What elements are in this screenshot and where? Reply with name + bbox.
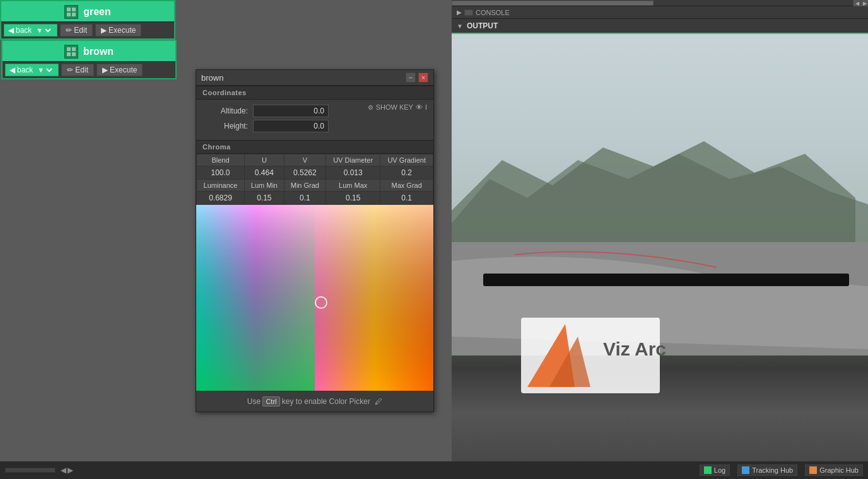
racetrack-background: Viz Arc (452, 34, 868, 479)
col-lum-min: Lum Min (244, 180, 284, 192)
svg-rect-3 (72, 13, 76, 16)
cell-v[interactable]: 0.5262 (284, 166, 326, 180)
show-key-eye-icon: 👁 (416, 103, 423, 111)
svg-rect-10 (196, 205, 315, 391)
col-luminance: Luminance (197, 180, 245, 192)
brown-edit-icon: ✏ (67, 66, 73, 74)
h-scrollbar[interactable]: ◀ ▶ (452, 0, 868, 6)
altitude-label: Altitude: (204, 107, 248, 115)
svg-text:Viz Arc: Viz Arc (603, 338, 666, 359)
scroll-right-arrow[interactable]: ▶ (67, 466, 73, 475)
cell-luminance[interactable]: 0.6829 (197, 192, 245, 205)
brown-dialog: brown − × Coordinates Altitude: Height: … (196, 69, 434, 412)
brown-toolbar: ◀ back ▼ ✏ Edit ▶ Execute (3, 61, 175, 78)
tracking-hub-icon (742, 466, 749, 474)
chroma-header: Chroma (196, 140, 433, 154)
cell-lum-max[interactable]: 0.15 (326, 192, 380, 205)
height-label: Height: (204, 122, 248, 130)
horizontal-scrollbar[interactable] (5, 468, 56, 473)
svg-rect-7 (72, 52, 76, 56)
brown-execute-icon: ▶ (102, 66, 108, 74)
show-key-area: ⚙ SHOW KEY 👁 I (368, 103, 427, 111)
dialog-titlebar: brown − × (196, 70, 433, 86)
dialog-title: brown (201, 73, 223, 83)
output-label: OUTPUT (467, 21, 498, 30)
cell-min-grad[interactable]: 0.1 (284, 192, 326, 205)
chroma-header-row2: Luminance Lum Min Min Grad Lum Max Max G… (197, 180, 433, 192)
coordinates-area: Altitude: Height: ⚙ SHOW KEY 👁 I (196, 100, 433, 140)
brown-edit-button[interactable]: ✏ Edit (61, 64, 94, 76)
console-icon (464, 9, 473, 16)
color-picker[interactable] (196, 205, 433, 391)
coordinates-header: Coordinates (196, 86, 433, 100)
chroma-data-row2: 0.6829 0.15 0.1 0.15 0.1 (197, 192, 433, 205)
brown-back-dropdown[interactable]: ▼ (35, 66, 54, 74)
svg-rect-20 (483, 274, 849, 286)
scroll-arrows: ◀ ▶ (56, 466, 73, 475)
h-scroll-left[interactable]: ◀ (853, 0, 860, 6)
col-uv-diameter: UV Diameter (326, 154, 380, 166)
show-key-icon: ⚙ (368, 104, 373, 111)
col-min-grad: Min Grad (284, 180, 326, 192)
console-collapse-arrow[interactable]: ▶ (457, 9, 462, 16)
h-scroll-right[interactable]: ▶ (860, 0, 868, 6)
output-expand-arrow[interactable]: ▼ (457, 23, 463, 30)
cell-max-grad[interactable]: 0.1 (380, 192, 433, 205)
preview-area: Viz Arc (452, 34, 868, 479)
color-picker-hint: Use Ctrl key to enable Color Picker 🖊 (196, 391, 433, 412)
height-input[interactable] (253, 120, 329, 132)
green-panel-title-text: green (83, 6, 111, 18)
eyedropper-icon: 🖊 (375, 397, 382, 406)
altitude-input[interactable] (253, 105, 329, 117)
brown-panel: brown ◀ back ▼ ✏ Edit ▶ Execute (1, 40, 177, 79)
brown-panel-title-text: brown (83, 46, 114, 57)
col-lum-max: Lum Max (326, 180, 380, 192)
dialog-minimize-button[interactable]: − (406, 72, 416, 83)
cell-blend[interactable]: 100.0 (197, 166, 245, 180)
console-bar: ▶ CONSOLE (452, 6, 868, 19)
cell-uv-gradient[interactable]: 0.2 (380, 166, 433, 180)
tracking-hub-button[interactable]: Tracking Hub (737, 465, 797, 476)
log-icon (704, 466, 712, 474)
col-uv-gradient: UV Gradient (380, 154, 433, 166)
graphic-hub-icon (809, 466, 817, 474)
cell-uv-diameter[interactable]: 0.013 (326, 166, 380, 180)
col-max-grad: Max Grad (380, 180, 433, 192)
color-crosshair[interactable] (315, 296, 327, 309)
green-execute-button[interactable]: ▶ Execute (95, 24, 141, 37)
brown-panel-icon (64, 45, 78, 59)
scroll-left-arrow[interactable]: ◀ (61, 466, 66, 475)
bottom-left: ◀ ▶ (0, 466, 73, 475)
show-key-value: I (425, 103, 427, 111)
dialog-close-button[interactable]: × (418, 72, 428, 83)
chroma-header-row1: Blend U V UV Diameter UV Gradient (197, 154, 433, 166)
coordinates-section: Coordinates Altitude: Height: ⚙ SHOW KEY… (196, 86, 433, 140)
green-toolbar: ◀ back ▼ ✏ Edit ▶ Execute (1, 21, 174, 38)
green-panel-title: green (1, 1, 174, 21)
svg-rect-1 (72, 8, 76, 11)
chroma-table: Blend U V UV Diameter UV Gradient 100.0 … (196, 154, 433, 205)
svg-rect-2 (67, 13, 71, 16)
green-panel-icon (64, 5, 78, 19)
col-v: V (284, 154, 326, 166)
svg-rect-6 (67, 52, 71, 56)
h-scroll-thumb[interactable] (452, 1, 654, 6)
brown-execute-button[interactable]: ▶ Execute (97, 64, 143, 76)
brown-back-button[interactable]: ◀ back ▼ (5, 64, 59, 76)
svg-rect-5 (72, 47, 76, 51)
cell-lum-min[interactable]: 0.15 (244, 192, 284, 205)
graphic-hub-button[interactable]: Graphic Hub (805, 465, 863, 476)
green-back-button[interactable]: ◀ back ▼ (4, 24, 57, 37)
green-edit-button[interactable]: ✏ Edit (60, 24, 93, 37)
height-row: Height: (204, 120, 426, 132)
svg-rect-4 (67, 47, 71, 51)
green-back-dropdown[interactable]: ▼ (33, 26, 53, 35)
brown-back-icon: ◀ (9, 66, 15, 74)
green-back-icon: ◀ (8, 26, 14, 35)
console-label: CONSOLE (464, 9, 510, 16)
log-button[interactable]: Log (700, 465, 730, 476)
cell-u[interactable]: 0.464 (244, 166, 284, 180)
ctrl-key-badge: Ctrl (262, 396, 279, 407)
chroma-data-row1: 100.0 0.464 0.5262 0.013 0.2 (197, 166, 433, 180)
h-scroll-arrows: ◀ ▶ (853, 0, 868, 6)
